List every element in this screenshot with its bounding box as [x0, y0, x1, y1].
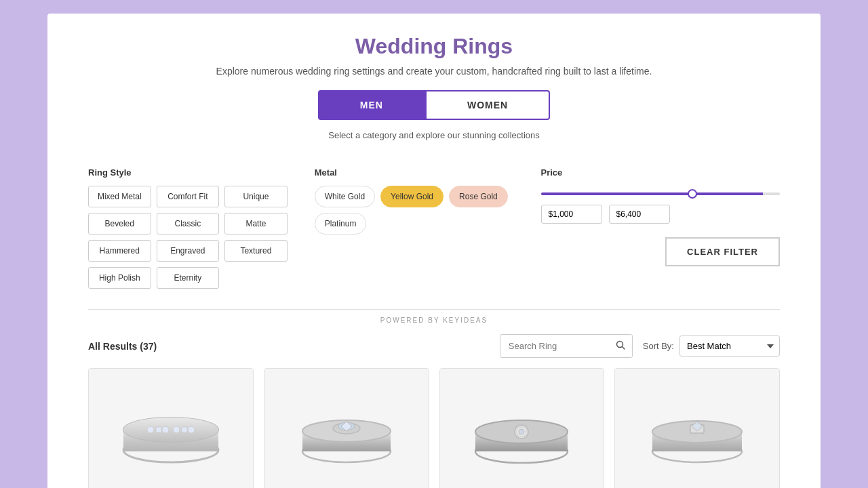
main-container: Wedding Rings Explore numerous wedding r… [47, 14, 821, 488]
metal-options: White Gold Yellow Gold Rose Gold Platinu… [315, 186, 514, 235]
price-label: Price [541, 167, 781, 178]
filters-row: Ring Style Mixed Metal Comfort Fit Uniqu… [88, 167, 780, 289]
style-matte[interactable]: Matte [224, 213, 288, 235]
metal-white-gold[interactable]: White Gold [315, 186, 375, 207]
svg-line-1 [622, 347, 625, 350]
ring-svg-2 [292, 409, 401, 464]
price-slider-container [541, 186, 781, 224]
page-subtitle: Explore numerous wedding ring settings a… [61, 66, 807, 77]
ring-style-grid: Mixed Metal Comfort Fit Unique Beveled C… [88, 186, 288, 289]
style-textured[interactable]: Textured [224, 240, 288, 262]
price-range-slider[interactable] [541, 192, 781, 195]
gender-tabs: MEN WOMEN [61, 90, 807, 120]
results-section: All Results (37) Sort By: Best Match [47, 334, 821, 488]
style-high-polish[interactable]: High Polish [88, 267, 151, 289]
metal-filter: Metal White Gold Yellow Gold Rose Gold P… [315, 167, 514, 235]
svg-point-9 [162, 426, 169, 433]
svg-point-10 [173, 426, 180, 433]
metal-label: Metal [315, 167, 514, 178]
price-max-input[interactable] [609, 205, 670, 224]
powered-by: POWERED BY KEYIDEAS [47, 317, 821, 324]
page-title: Wedding Rings [61, 34, 807, 59]
style-beveled[interactable]: Beveled [88, 213, 151, 235]
style-unique[interactable]: Unique [224, 186, 288, 207]
style-engraved[interactable]: Engraved [157, 240, 220, 262]
ring-svg-4 [643, 409, 751, 464]
product-grid: ⟳ VIEW 360° [88, 368, 780, 488]
price-filter: Price CLEAR FILTER [541, 167, 781, 266]
svg-rect-8 [156, 427, 161, 432]
svg-point-6 [123, 418, 218, 442]
svg-point-12 [188, 426, 195, 433]
style-eternity[interactable]: Eternity [157, 267, 220, 289]
results-controls: Sort By: Best Match Price: Low to High P… [500, 334, 780, 358]
product-card: ⟳ VIEW 360° [439, 368, 605, 488]
svg-point-7 [147, 426, 154, 433]
svg-point-24 [519, 429, 524, 434]
ring-style-label: Ring Style [88, 167, 288, 178]
product-image [89, 369, 253, 488]
filters-section: Ring Style Mixed Metal Comfort Fit Uniqu… [47, 167, 821, 302]
svg-rect-11 [182, 427, 187, 432]
tab-men[interactable]: MEN [318, 90, 425, 120]
divider [88, 309, 780, 310]
results-header: All Results (37) Sort By: Best Match [88, 334, 780, 358]
style-comfort-fit[interactable]: Comfort Fit [157, 186, 220, 207]
metal-yellow-gold[interactable]: Yellow Gold [380, 186, 443, 207]
ring-svg-1 [117, 409, 225, 464]
product-image [440, 369, 604, 488]
tab-women[interactable]: WOMEN [425, 90, 550, 120]
metal-rose-gold[interactable]: Rose Gold [449, 186, 508, 207]
sort-select[interactable]: Best Match Price: Low to High Price: Hig… [679, 336, 780, 357]
clear-filter-button[interactable]: CLEAR FILTER [665, 237, 780, 266]
search-button[interactable] [609, 335, 632, 357]
search-container [500, 334, 633, 358]
search-input[interactable] [500, 336, 609, 357]
ring-svg-3 [467, 409, 576, 464]
metal-platinum[interactable]: Platinum [315, 213, 367, 235]
style-classic[interactable]: Classic [157, 213, 220, 235]
header: Wedding Rings Explore numerous wedding r… [47, 14, 821, 167]
category-text: Select a category and explore our stunni… [61, 130, 807, 140]
product-image [615, 369, 779, 488]
price-range-inputs [541, 205, 781, 224]
sort-label: Sort By: [643, 341, 674, 351]
product-card: ▶ VIEW VIDEO [264, 368, 429, 488]
product-card: ▶ VIEW VIDEO [614, 368, 780, 488]
product-card: ⟳ VIEW 360° [88, 368, 254, 488]
style-mixed-metal[interactable]: Mixed Metal [88, 186, 151, 207]
style-hammered[interactable]: Hammered [88, 240, 151, 262]
price-min-input[interactable] [541, 205, 602, 224]
product-image [264, 369, 429, 488]
ring-style-filter: Ring Style Mixed Metal Comfort Fit Uniqu… [88, 167, 288, 289]
sort-container: Sort By: Best Match Price: Low to High P… [643, 336, 780, 357]
results-count: All Results (37) [88, 341, 157, 352]
